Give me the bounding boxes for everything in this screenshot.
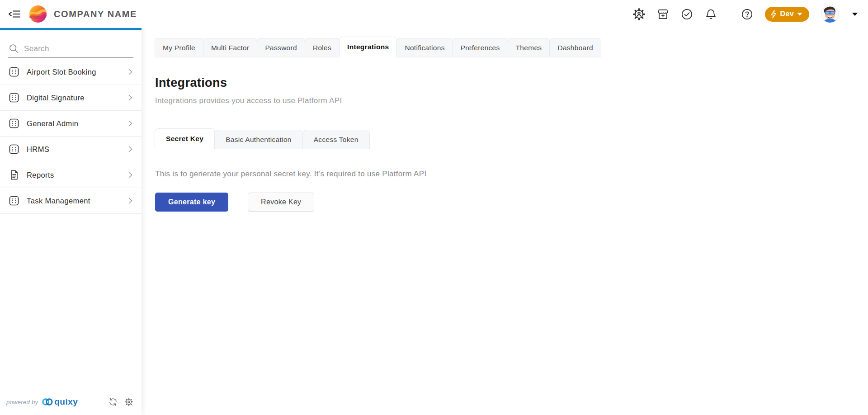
sidebar-menu: Airport Slot Booking Digital Signature G… <box>0 59 142 214</box>
environment-label: Dev <box>780 10 794 18</box>
sidebar-item-airport-slot-booking[interactable]: Airport Slot Booking <box>0 59 142 85</box>
tab-password[interactable]: Password <box>257 38 305 57</box>
sidebar-item-label: Reports <box>27 171 128 179</box>
secret-key-description: This is to generate your personal secret… <box>155 170 850 179</box>
lightning-icon <box>770 10 777 19</box>
help-icon[interactable] <box>741 8 753 20</box>
chevron-right-icon <box>128 172 132 178</box>
tab-preferences[interactable]: Preferences <box>453 38 508 57</box>
sidebar-item-label: Task Management <box>27 197 128 205</box>
company-logo <box>29 5 47 23</box>
tab-notifications[interactable]: Notifications <box>396 38 453 57</box>
sidebar-item-general-admin[interactable]: General Admin <box>0 111 142 137</box>
sync-icon[interactable] <box>108 397 118 406</box>
revoke-key-button[interactable]: Revoke Key <box>248 193 314 212</box>
chevron-right-icon <box>128 120 132 127</box>
app-module-icon <box>9 93 19 103</box>
subtab-basic-authentication[interactable]: Basic Authentication <box>214 130 303 149</box>
header-right: Dev <box>633 5 859 23</box>
subtab-secret-key[interactable]: Secret Key <box>155 128 215 149</box>
tab-integrations[interactable]: Integrations <box>339 37 397 57</box>
page-layout: Airport Slot Booking Digital Signature G… <box>0 28 868 415</box>
tab-roles[interactable]: Roles <box>305 38 340 57</box>
sidebar-item-label: HRMS <box>27 145 128 154</box>
user-avatar[interactable] <box>821 5 839 23</box>
page-subtitle: Integrations provides you access to use … <box>155 96 850 105</box>
sidebar-item-label: Airport Slot Booking <box>27 68 128 76</box>
gear-icon[interactable] <box>124 397 133 406</box>
header-left: COMPANY NAME <box>6 5 137 23</box>
app-module-icon <box>9 144 19 154</box>
sidebar-item-hrms[interactable]: HRMS <box>0 137 142 162</box>
tab-my-profile[interactable]: My Profile <box>155 38 203 57</box>
tab-dashboard[interactable]: Dashboard <box>549 38 601 57</box>
app-module-icon <box>9 196 19 206</box>
sidebar-item-label: Digital Signature <box>27 94 128 102</box>
environment-switcher[interactable]: Dev <box>765 7 809 22</box>
search-icon <box>9 44 19 53</box>
report-document-icon <box>9 170 19 180</box>
chevron-right-icon <box>128 69 132 75</box>
marketplace-store-icon[interactable] <box>657 8 669 20</box>
chevron-right-icon <box>128 198 132 204</box>
collapse-sidebar-icon[interactable] <box>6 6 22 22</box>
sidebar-item-digital-signature[interactable]: Digital Signature <box>0 85 142 111</box>
quixy-logo-text: quixy <box>54 397 78 407</box>
chevron-right-icon <box>128 146 132 152</box>
main-area: My Profile Multi Factor Password Roles I… <box>142 28 868 415</box>
integration-subtabs: Secret Key Basic Authentication Access T… <box>155 127 850 149</box>
sidebar-item-task-management[interactable]: Task Management <box>0 188 142 214</box>
profile-menu-caret-icon[interactable] <box>851 12 859 16</box>
app-module-icon <box>9 67 19 77</box>
powered-by-label: powered by <box>6 399 38 406</box>
sidebar-item-reports[interactable]: Reports <box>0 162 142 188</box>
quixy-logo-icon <box>42 397 53 406</box>
approvals-check-icon[interactable] <box>681 8 693 20</box>
sidebar: Airport Slot Booking Digital Signature G… <box>0 28 142 415</box>
chevron-right-icon <box>128 94 132 101</box>
notifications-bell-icon[interactable] <box>705 8 717 20</box>
header-divider <box>729 7 729 21</box>
quixy-logo: quixy <box>42 397 78 407</box>
search-input[interactable] <box>24 44 132 53</box>
top-bar: COMPANY NAME <box>0 0 868 28</box>
caret-down-icon <box>797 12 802 16</box>
action-buttons: Generate key Revoke Key <box>155 193 850 212</box>
tab-themes[interactable]: Themes <box>508 38 550 57</box>
page-title: Integrations <box>155 76 850 90</box>
company-name: COMPANY NAME <box>54 9 137 19</box>
generate-key-button[interactable]: Generate key <box>155 193 228 212</box>
app-module-icon <box>9 118 19 128</box>
sidebar-footer: powered by quixy <box>0 390 142 415</box>
tab-multi-factor[interactable]: Multi Factor <box>203 38 258 57</box>
tab-content: Integrations Integrations provides you a… <box>142 57 868 212</box>
sidebar-item-label: General Admin <box>27 119 128 128</box>
user-settings-gear-icon[interactable] <box>633 8 645 20</box>
sidebar-search <box>8 41 133 58</box>
settings-tabs: My Profile Multi Factor Password Roles I… <box>142 28 868 57</box>
subtab-access-token[interactable]: Access Token <box>302 130 370 149</box>
